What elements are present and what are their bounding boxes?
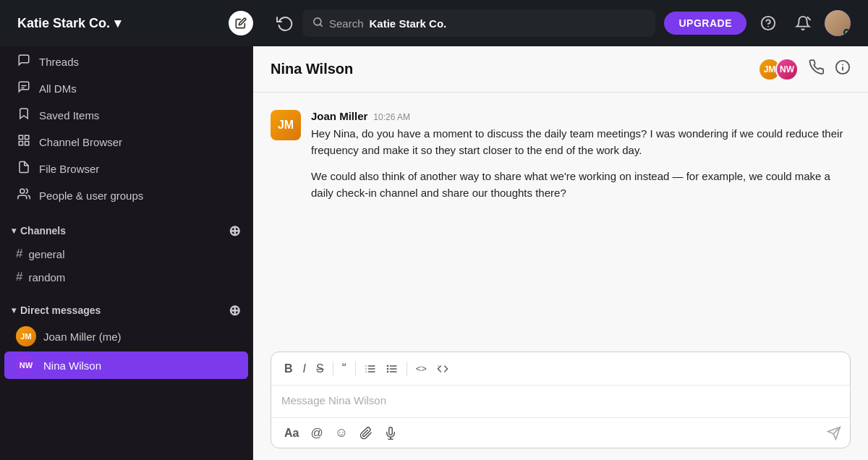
joan-avatar: JM xyxy=(16,326,36,346)
compose-bottom-toolbar: Aa @ ☺ xyxy=(271,417,850,448)
saved-items-icon xyxy=(16,107,32,124)
chat-area: Nina Wilson JM NW xyxy=(253,46,868,460)
main-content: Threads All DMs Saved Items Channel Brow… xyxy=(0,46,868,460)
file-browser-label: File Browser xyxy=(39,163,99,175)
chat-header-right: JM NW xyxy=(758,58,851,81)
svg-rect-6 xyxy=(25,135,29,139)
ordered-list-button[interactable] xyxy=(360,360,380,378)
chat-header: Nina Wilson JM NW xyxy=(253,46,868,93)
info-button[interactable] xyxy=(835,59,851,80)
message-text-1: Hey Nina, do you have a moment to discus… xyxy=(311,125,851,159)
svg-point-24 xyxy=(387,371,388,372)
sidebar-item-file-browser[interactable]: File Browser xyxy=(4,156,248,182)
hash-icon: # xyxy=(16,247,22,261)
channels-section[interactable]: ▾ Channels ⊕ xyxy=(0,216,252,242)
help-button[interactable] xyxy=(755,10,781,36)
add-dm-button[interactable]: ⊕ xyxy=(229,302,241,319)
sidebar-item-channel-browser[interactable]: Channel Browser xyxy=(4,129,248,155)
channel-random-label: random xyxy=(28,271,65,284)
dm-item-nina[interactable]: NW Nina Wilson xyxy=(4,352,248,379)
svg-rect-8 xyxy=(25,142,29,145)
search-bar[interactable]: Search Katie Stark Co. xyxy=(302,9,655,37)
workspace-name-text: Katie Stark Co. xyxy=(17,16,110,31)
chat-messages: JM Joan Miller 10:26 AM Hey Nina, do you… xyxy=(253,93,868,343)
chevron-down-icon: ▾ xyxy=(114,15,121,31)
threads-label: Threads xyxy=(39,56,79,68)
edit-button[interactable] xyxy=(229,11,253,35)
compose-area: B I S “ <> Message Nina Wilson xyxy=(271,352,851,448)
file-browser-icon xyxy=(16,161,32,177)
code-block-button[interactable] xyxy=(433,360,453,378)
message-header: Joan Miller 10:26 AM xyxy=(311,110,851,122)
dm-collapse-icon: ▾ xyxy=(12,305,16,315)
code-button[interactable]: <> xyxy=(412,360,431,377)
people-groups-icon xyxy=(16,187,32,204)
channel-browser-label: Channel Browser xyxy=(39,136,122,148)
svg-line-1 xyxy=(320,24,322,26)
dm-section[interactable]: ▾ Direct messages ⊕ xyxy=(0,296,252,322)
message-content: Joan Miller 10:26 AM Hey Nina, do you ha… xyxy=(311,110,851,201)
upgrade-button[interactable]: UPGRADE xyxy=(664,12,746,35)
svg-rect-5 xyxy=(19,135,22,139)
participant-avatar-2: NW xyxy=(775,58,799,81)
toolbar-divider-1 xyxy=(333,362,333,376)
bold-button[interactable]: B xyxy=(280,359,297,378)
message-block: JM Joan Miller 10:26 AM Hey Nina, do you… xyxy=(271,110,851,201)
history-button[interactable] xyxy=(276,14,294,32)
sidebar-item-saved-items[interactable]: Saved Items xyxy=(4,103,248,128)
topbar-left: Katie Stark Co. ▾ xyxy=(9,11,262,35)
message-timestamp: 10:26 AM xyxy=(373,112,410,122)
topbar-right: Search Katie Stark Co. UPGRADE xyxy=(268,9,859,37)
channel-item-random[interactable]: # random xyxy=(4,266,248,288)
channel-general-label: general xyxy=(28,248,64,260)
toolbar-divider-3 xyxy=(407,362,407,376)
joan-dm-label: Joan Miller (me) xyxy=(43,331,122,343)
message-text-2: We could also think of another way to sh… xyxy=(311,168,851,202)
call-button[interactable] xyxy=(809,59,825,80)
channel-item-general[interactable]: # general xyxy=(4,243,248,265)
notification-button[interactable] xyxy=(790,10,816,36)
sidebar-item-threads[interactable]: Threads xyxy=(4,49,248,74)
unordered-list-button[interactable] xyxy=(382,360,402,378)
people-groups-label: People & user groups xyxy=(39,189,143,202)
all-dms-icon xyxy=(16,80,32,97)
message-author-name: Joan Miller xyxy=(311,110,367,122)
channels-collapse-icon: ▾ xyxy=(12,226,16,236)
compose-placeholder: Message Nina Wilson xyxy=(281,394,386,406)
saved-items-label: Saved Items xyxy=(39,109,99,122)
attachment-button[interactable] xyxy=(355,424,377,443)
svg-point-9 xyxy=(20,189,25,193)
add-channel-button[interactable]: ⊕ xyxy=(229,222,241,239)
user-avatar[interactable] xyxy=(825,10,851,36)
dm-section-left: ▾ Direct messages xyxy=(12,304,101,316)
nina-avatar: NW xyxy=(16,355,36,375)
channels-section-label: Channels xyxy=(20,225,66,237)
svg-line-4 xyxy=(807,17,810,20)
dm-item-joan[interactable]: JM Joan Miller (me) xyxy=(4,323,248,350)
sidebar-item-all-dms[interactable]: All DMs xyxy=(4,76,248,101)
all-dms-label: All DMs xyxy=(39,82,77,95)
svg-point-23 xyxy=(387,368,388,369)
channels-section-left: ▾ Channels xyxy=(12,225,66,237)
message-author-avatar: JM xyxy=(271,110,301,140)
emoji-button[interactable]: ☺ xyxy=(331,422,352,443)
sidebar-item-people-groups[interactable]: People & user groups xyxy=(4,183,248,208)
compose-input[interactable]: Message Nina Wilson xyxy=(271,386,850,417)
workspace-name[interactable]: Katie Stark Co. ▾ xyxy=(17,15,121,31)
audio-button[interactable] xyxy=(380,424,401,443)
search-scope: Katie Stark Co. xyxy=(370,17,447,30)
participant-avatars: JM NW xyxy=(758,58,799,81)
strikethrough-button[interactable]: S xyxy=(312,359,328,378)
chat-recipient-name: Nina Wilson xyxy=(271,61,353,77)
mention-button[interactable]: @ xyxy=(306,423,327,443)
blockquote-button[interactable]: “ xyxy=(338,358,351,379)
send-button[interactable] xyxy=(827,426,841,440)
hash-icon: # xyxy=(16,270,22,284)
toolbar-divider-2 xyxy=(355,362,356,376)
nina-initials: NW xyxy=(20,361,33,370)
online-indicator xyxy=(843,29,850,35)
italic-button[interactable]: I xyxy=(299,359,310,378)
topbar: Katie Stark Co. ▾ Search Katie Stark Co.… xyxy=(0,0,868,46)
text-format-button[interactable]: Aa xyxy=(280,424,303,443)
threads-icon xyxy=(16,54,32,70)
